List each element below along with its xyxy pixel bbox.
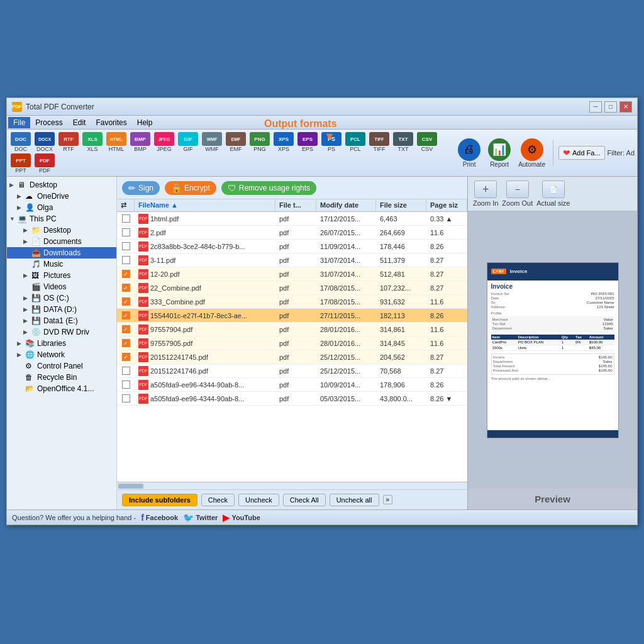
horizontal-scrollbar[interactable]: [117, 482, 467, 489]
remove-rights-button[interactable]: 🛡 Remove usage rights: [221, 181, 316, 195]
twitter-button[interactable]: 🐦 Twitter: [183, 513, 218, 523]
col-header-filetype[interactable]: File t...: [275, 199, 316, 211]
format-btn-html[interactable]: HTML HTML: [105, 132, 128, 152]
file-checkbox[interactable]: ✓: [122, 339, 130, 347]
report-button[interactable]: 📊 Report: [486, 137, 513, 169]
more-button[interactable]: »: [383, 495, 393, 504]
file-checkbox[interactable]: [122, 242, 130, 250]
format-btn-doc[interactable]: DOC DOC: [9, 132, 32, 152]
sidebar-item-data1e[interactable]: ▶ 💾 Data1 (E:): [7, 315, 116, 326]
sidebar-item-openoffice[interactable]: 📂 OpenOffice 4.1...: [7, 383, 116, 394]
zoom-out-button[interactable]: −: [506, 180, 529, 198]
format-btn-xps[interactable]: XPS XPS: [272, 132, 295, 152]
menu-edit[interactable]: Edit: [68, 117, 91, 128]
maximize-button[interactable]: □: [604, 101, 617, 113]
youtube-button[interactable]: ▶ YouTube: [223, 513, 260, 523]
col-header-filesize[interactable]: File size: [376, 199, 426, 211]
file-checkbox[interactable]: [122, 394, 130, 402]
col-header-check[interactable]: ⇄: [117, 199, 135, 211]
format-btn-txt[interactable]: TXT TXT: [392, 132, 414, 152]
sidebar-item-network[interactable]: ▶ 🌐 Network: [7, 349, 116, 360]
check-button[interactable]: Check: [201, 494, 235, 506]
format-btn-rtf[interactable]: RTF RTF: [57, 132, 80, 152]
add-favorites-button[interactable]: ❤ Add Fa...: [558, 146, 605, 160]
menu-file[interactable]: File: [8, 117, 30, 128]
minimize-button[interactable]: ─: [589, 101, 602, 113]
facebook-button[interactable]: f Facebook: [141, 513, 178, 523]
format-btn-pdf[interactable]: PDF PDF: [33, 153, 56, 174]
scrollbar-thumb[interactable]: [118, 484, 143, 489]
col-header-filename[interactable]: FileName ▲: [135, 199, 275, 211]
format-btn-pcl[interactable]: PCL PCL: [344, 132, 367, 152]
format-btn-ppt[interactable]: PPT PPT: [9, 153, 32, 174]
table-row[interactable]: ✓ PDF97557905.pdf pdf 28/01/2016... 314,…: [117, 336, 467, 350]
sidebar-item-thispc[interactable]: ▼ 💻 This PC: [7, 213, 116, 225]
table-row[interactable]: PDF3-11.pdf pdf 31/07/2014... 511,379 8.…: [117, 253, 467, 267]
sidebar-item-recyclebin[interactable]: 🗑 Recycle Bin: [7, 372, 116, 383]
format-btn-csv[interactable]: CSV CSV: [416, 132, 438, 152]
table-row[interactable]: PDF2c83a8bb-3ce2-484c-b779-b... pdf 11/0…: [117, 240, 467, 253]
format-btn-eps[interactable]: EPS EPS: [296, 132, 319, 152]
table-row[interactable]: ✓ PDF1554401c-e27f-41b7-8ec3-ae... pdf 2…: [117, 309, 467, 323]
sidebar-item-desktop[interactable]: ▶ 🖥 Desktop: [7, 179, 116, 191]
format-btn-png[interactable]: PNG PNG: [248, 132, 271, 152]
format-btn-wmf[interactable]: WMF WMF: [201, 132, 223, 152]
sidebar-item-documents[interactable]: ▶ 📄 Documents: [7, 236, 116, 247]
format-btn-xls[interactable]: XLS XLS: [81, 132, 104, 152]
sidebar-item-music[interactable]: 🎵 Music: [7, 258, 116, 270]
col-header-pagesize[interactable]: Page siz: [426, 199, 467, 211]
file-checkbox[interactable]: ✓: [122, 311, 130, 319]
check-all-button[interactable]: Check All: [283, 494, 326, 506]
include-subfolders-button[interactable]: Include subfolders: [122, 494, 197, 506]
automate-button[interactable]: ⚙ Automate: [516, 137, 548, 169]
sidebar-item-desktop2[interactable]: ▶ 📁 Desktop: [7, 225, 116, 236]
close-button[interactable]: ✕: [619, 101, 632, 113]
format-btn-docx[interactable]: DOCX DOCX: [33, 132, 56, 152]
uncheck-all-button[interactable]: Uncheck all: [330, 494, 379, 506]
menu-help[interactable]: Help: [132, 117, 158, 128]
format-btn-emf[interactable]: EMF EMF: [225, 132, 247, 152]
format-btn-bmp[interactable]: BMP BMP: [129, 132, 152, 152]
sidebar-item-videos[interactable]: 🎬 Videos: [7, 281, 116, 292]
menu-favorites[interactable]: Favorites: [91, 117, 131, 128]
table-row[interactable]: PDF2.pdf pdf 26/07/2015... 264,669 11.6: [117, 226, 467, 240]
file-checkbox[interactable]: [122, 380, 130, 389]
encrypt-button[interactable]: 🔒 Encrypt: [165, 181, 216, 195]
sidebar-item-dvdrw[interactable]: ▶ 💿 DVD RW Driv: [7, 326, 116, 338]
zoom-in-button[interactable]: +: [474, 180, 497, 198]
file-checkbox[interactable]: [122, 367, 130, 375]
menu-process[interactable]: Process: [30, 117, 67, 128]
table-row[interactable]: PDF1html.pdf pdf 17/12/2015... 6,463 0.3…: [117, 212, 467, 226]
sidebar-item-datad[interactable]: ▶ 💾 DATA (D:): [7, 304, 116, 315]
col-header-moddate[interactable]: Modify date: [316, 199, 376, 211]
sidebar-item-olga[interactable]: ▶ 👤 Olga: [7, 202, 116, 213]
uncheck-button[interactable]: Uncheck: [238, 494, 279, 506]
sidebar-item-osc[interactable]: ▶ 💾 OS (C:): [7, 292, 116, 304]
print-button[interactable]: 🖨 Print: [455, 137, 483, 169]
file-checkbox[interactable]: ✓: [122, 325, 130, 333]
format-btn-tiff[interactable]: TIFF TIFF: [368, 132, 391, 152]
table-row[interactable]: ✓ PDF22_Combine.pdf pdf 17/08/2015... 10…: [117, 281, 467, 295]
file-checkbox[interactable]: [122, 214, 130, 223]
file-checkbox[interactable]: [122, 256, 130, 264]
file-checkbox[interactable]: ✓: [122, 270, 130, 278]
table-row[interactable]: ✓ PDF97557904.pdf pdf 28/01/2016... 314,…: [117, 323, 467, 336]
format-btn-gif[interactable]: GIF GIF: [177, 132, 199, 152]
sidebar-item-downloads[interactable]: 📥 Downloads: [7, 247, 116, 258]
sidebar-item-onedrive[interactable]: ▶ ☁ OneDrive: [7, 191, 116, 202]
sidebar-item-libraries[interactable]: ▶ 📚 Libraries: [7, 338, 116, 349]
sidebar-item-controlpanel[interactable]: ⚙ Control Panel: [7, 360, 116, 372]
file-checkbox[interactable]: ✓: [122, 284, 130, 292]
table-row[interactable]: PDFa505fda9-ee96-4344-90ab-8... pdf 10/0…: [117, 378, 467, 392]
table-row[interactable]: PDFa505fda9-ee96-4344-90ab-8... pdf 05/0…: [117, 392, 467, 406]
table-row[interactable]: ✓ PDF12-20.pdf pdf 31/07/2014... 512,481…: [117, 267, 467, 281]
format-btn-jpeg[interactable]: JPEG JPEG: [153, 132, 175, 152]
file-checkbox[interactable]: ✓: [122, 297, 130, 306]
file-checkbox[interactable]: [122, 228, 130, 236]
file-checkbox[interactable]: ✓: [122, 353, 130, 361]
sign-button[interactable]: ✏ Sign: [122, 181, 160, 195]
sidebar-item-pictures[interactable]: ▶ 🖼 Pictures: [7, 270, 116, 281]
table-row[interactable]: ✓ PDF333_Combine.pdf pdf 17/08/2015... 9…: [117, 295, 467, 309]
actual-size-button[interactable]: 📄: [542, 180, 565, 198]
table-row[interactable]: ✓ PDF201512241745.pdf pdf 25/12/2015... …: [117, 350, 467, 364]
